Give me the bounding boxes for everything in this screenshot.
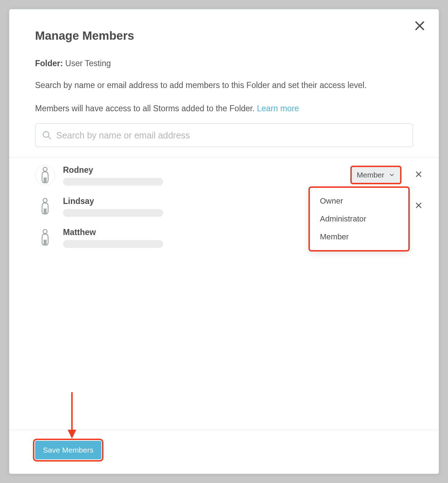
description-1: Search by name or email address to add m… [35,79,413,92]
role-value: Member [357,171,384,179]
modal-header: Manage Members Folder: User Testing Sear… [9,9,439,123]
search-icon [42,130,52,140]
avatar [35,196,55,216]
role-select[interactable]: Member [351,167,400,183]
member-email-placeholder [63,240,163,248]
folder-label: Folder: [35,59,63,68]
members-list: Rodney Member Lindsay [9,157,439,430]
role-option-administrator[interactable]: Administrator [310,210,408,228]
svg-point-4 [43,229,47,233]
member-name: Rodney [63,165,344,175]
member-email-placeholder [63,209,163,217]
role-option-owner[interactable]: Owner [310,192,408,210]
member-row: Rodney Member [35,165,423,186]
role-dropdown: Owner Administrator Member [310,188,408,250]
remove-member-button[interactable] [415,201,423,209]
member-info: Lindsay [63,196,337,217]
description-2-text: Members will have access to all Storms a… [35,104,257,113]
search-input[interactable] [56,130,406,141]
member-info: Rodney [63,165,344,186]
folder-name: User Testing [65,59,111,68]
avatar [35,228,55,248]
svg-point-3 [43,198,47,202]
role-option-member[interactable]: Member [310,228,408,246]
description-2: Members will have access to all Storms a… [35,102,413,115]
search-wrap [9,123,439,157]
manage-members-modal: Manage Members Folder: User Testing Sear… [9,9,439,474]
modal-title: Manage Members [35,29,413,43]
learn-more-link[interactable]: Learn more [257,104,299,113]
svg-point-2 [43,167,47,171]
person-icon [39,198,51,215]
member-name: Lindsay [63,196,337,206]
chevron-down-icon [389,172,395,178]
person-icon [39,167,51,184]
modal-footer: Save Members [9,430,439,474]
remove-member-button[interactable] [415,170,423,178]
folder-line: Folder: User Testing [35,59,413,68]
avatar [35,165,55,185]
person-icon [39,229,51,246]
member-email-placeholder [63,178,163,186]
save-members-button[interactable]: Save Members [35,441,101,459]
svg-line-1 [48,137,51,139]
search-box[interactable] [35,123,413,147]
